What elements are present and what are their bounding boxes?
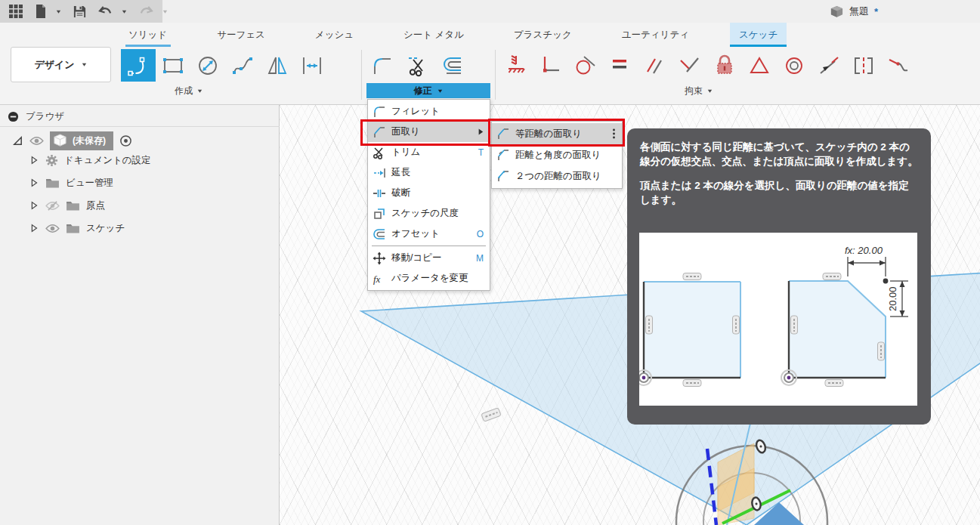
app-grid-icon xyxy=(8,4,23,19)
mirror-tool-icon xyxy=(265,54,289,78)
activate-component-icon[interactable] xyxy=(119,134,132,147)
browser-root-item[interactable]: (未保存) xyxy=(12,130,132,151)
file-menu-caret[interactable] xyxy=(53,2,64,21)
line-tool-icon xyxy=(126,54,150,78)
fillet-tool[interactable] xyxy=(366,49,400,82)
tangent-tool[interactable] xyxy=(568,49,603,82)
line-tool[interactable] xyxy=(121,49,156,82)
menu-item-sketch-scale[interactable]: スケッチの尺度 xyxy=(368,203,490,224)
menu-item-extend[interactable]: 延長 xyxy=(368,162,490,183)
folder-icon xyxy=(66,223,80,234)
offset-tool[interactable] xyxy=(435,49,470,82)
curvature-tool[interactable] xyxy=(881,49,916,82)
document-title: 無題 xyxy=(849,5,869,18)
root-document-label: (未保存) xyxy=(73,134,106,147)
perpendicular-tool[interactable] xyxy=(533,49,568,82)
expander-open-icon[interactable] xyxy=(12,135,23,147)
redo-menu-caret[interactable] xyxy=(159,2,171,21)
submenu-item-distance-angle-chamfer[interactable]: 距離と角度の面取り xyxy=(492,144,622,165)
menu-item-move-copy[interactable]: 移動/コピーM xyxy=(368,248,490,268)
shortcut-key: T xyxy=(478,147,484,158)
lock-tool[interactable] xyxy=(707,49,742,82)
browser-item-document-settings[interactable]: ドキュメントの設定 xyxy=(29,150,151,171)
command-tooltip: 各側面に対する同じ距離に基づいて、スケッチ内の 2 本の線分の仮想交点、交点、ま… xyxy=(627,128,931,425)
constraint-badge[interactable] xyxy=(481,408,501,422)
caret-down-icon xyxy=(196,88,203,94)
symmetry-tool[interactable] xyxy=(742,49,777,82)
eye-icon[interactable] xyxy=(29,136,44,146)
create-tool-group xyxy=(121,49,329,82)
trim-tool-icon xyxy=(406,54,430,78)
menu-item-break[interactable]: 破断 xyxy=(368,183,490,203)
menu-item-change-parameters[interactable]: fxパラメータを変更 xyxy=(368,268,490,289)
submenu-item-two-distance-chamfer[interactable]: ２つの距離の面取り xyxy=(492,165,622,187)
eye-icon[interactable] xyxy=(45,224,60,233)
symmetric-tool[interactable] xyxy=(846,49,881,82)
browser-item-view-management[interactable]: ビュー管理 xyxy=(29,172,113,193)
create-group-dropdown[interactable]: 作成 xyxy=(175,85,203,97)
menu-item-fillet[interactable]: フィレット xyxy=(368,101,490,122)
caret-down-icon xyxy=(55,8,62,15)
redo-button[interactable] xyxy=(136,2,156,21)
menu-item-label: 延長 xyxy=(391,166,410,179)
component-cube-icon xyxy=(52,133,68,149)
expander-closed-icon[interactable] xyxy=(29,178,39,188)
fixed-tool[interactable] xyxy=(499,49,533,82)
menu-item-label: スケッチの尺度 xyxy=(391,207,459,220)
save-button[interactable] xyxy=(70,2,89,21)
equal-tool[interactable] xyxy=(603,49,638,82)
collapse-panel-icon[interactable] xyxy=(8,111,19,122)
tab-label: スケッチ xyxy=(739,29,778,42)
fixed-tool-icon xyxy=(504,54,528,78)
menu-item-label: 距離と角度の面取り xyxy=(515,149,601,162)
tab-surface[interactable]: サーフェス xyxy=(208,23,274,47)
eye-off-icon[interactable] xyxy=(45,201,60,211)
menu-separator xyxy=(372,246,486,246)
tab-sheetmetal[interactable]: シート メタル xyxy=(394,23,473,47)
browser-item-label: ドキュメントの設定 xyxy=(64,154,151,167)
concentric-tool[interactable] xyxy=(777,49,812,82)
rectangle-tool[interactable] xyxy=(156,49,190,82)
menu-item-label: フィレット xyxy=(391,105,440,118)
workspace-selector[interactable]: デザイン xyxy=(11,47,111,82)
circle-tool[interactable] xyxy=(190,49,225,82)
midpoint-tool[interactable] xyxy=(812,49,846,82)
fillet-icon xyxy=(372,105,387,119)
root-document-node[interactable]: (未保存) xyxy=(50,131,113,150)
tab-sketch[interactable]: スケッチ xyxy=(730,23,787,47)
tab-utility[interactable]: ユーティリティ xyxy=(613,23,698,47)
tab-solid[interactable]: ソリッド xyxy=(119,23,176,47)
undo-menu-caret[interactable] xyxy=(119,2,130,21)
trim-tool[interactable] xyxy=(400,49,435,82)
spline-tool[interactable] xyxy=(225,49,260,82)
unsaved-indicator: * xyxy=(874,6,878,17)
menu-item-offset[interactable]: オフセットO xyxy=(368,224,490,244)
undo-button[interactable] xyxy=(95,2,116,21)
folder-icon xyxy=(45,178,60,189)
tab-plastic[interactable]: プラスチック xyxy=(505,23,581,47)
document-tab[interactable]: 無題 * xyxy=(830,0,878,23)
browser-item-sketches[interactable]: スケッチ xyxy=(29,218,125,239)
gear-icon xyxy=(45,154,58,167)
mirror-tool[interactable] xyxy=(260,49,295,82)
caret-down-icon xyxy=(121,8,128,15)
browser-header: ブラウザ xyxy=(8,107,64,126)
dimension-tool[interactable] xyxy=(295,49,329,82)
browser-title: ブラウザ xyxy=(26,110,64,123)
modify-group-dropdown[interactable]: 修正 xyxy=(366,83,490,98)
constraint-tool-group xyxy=(499,49,916,82)
constraints-group-dropdown[interactable]: 拘束 xyxy=(685,85,713,97)
undo-icon xyxy=(97,5,113,18)
app-grid-button[interactable] xyxy=(6,2,26,21)
redo-icon xyxy=(138,5,154,18)
square-before xyxy=(644,282,740,378)
file-button[interactable] xyxy=(32,2,50,21)
trim-icon xyxy=(372,146,387,159)
expander-closed-icon[interactable] xyxy=(29,155,39,165)
browser-item-origin[interactable]: 原点 xyxy=(29,195,105,216)
expander-closed-icon[interactable] xyxy=(29,200,39,211)
collinear-tool[interactable] xyxy=(672,49,707,82)
tab-mesh[interactable]: メッシュ xyxy=(306,23,363,47)
parallel-tool[interactable] xyxy=(638,49,672,82)
expander-closed-icon[interactable] xyxy=(29,223,39,233)
